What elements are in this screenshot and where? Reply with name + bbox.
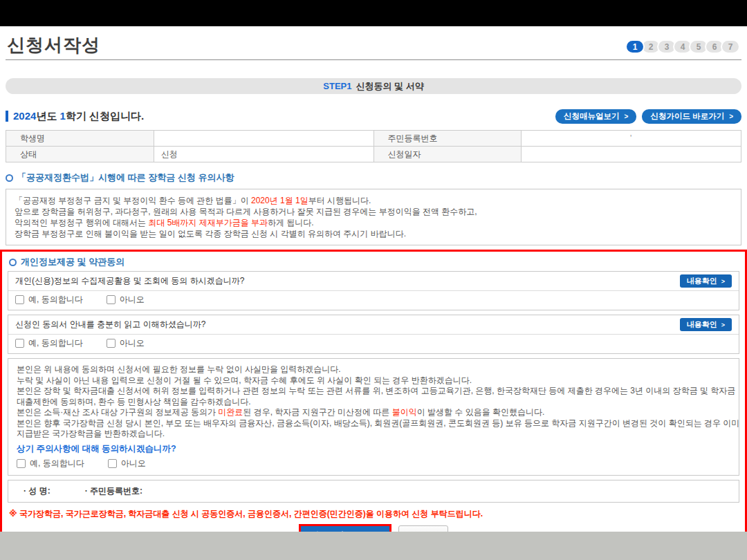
step-progress-bar: STEP1 신청동의 및 서약 — [6, 78, 741, 94]
step-circle-1: 1 — [625, 39, 645, 54]
guide-question-row: 신청인 동의서 안내를 충분히 읽고 이해하셨습니까? 내용확인 > — [8, 315, 739, 335]
consent-heading: 개인정보제공 및 약관동의 — [9, 256, 739, 268]
signature-info-row: · 성 명: · 주민등록번호: — [8, 480, 739, 503]
final-no-option[interactable]: 아니오 — [108, 458, 146, 469]
privacy-view-content-button[interactable]: 내용확인 > — [680, 274, 732, 288]
guide-view-content-button[interactable]: 내용확인 > — [680, 318, 732, 331]
applicant-info-table: 학생명 주민등록번호 ' 상태 신청 신청일자 — [6, 130, 741, 162]
public-finance-notice-box: 「공공재정 부정청구 금지 및 부정이익 환수 등에 관한 법률」이 2020년… — [6, 189, 741, 245]
privacy-question-row: 개인(신용)정보의 수집제공활용 및 조회에 동의 하시겠습니까? 내용확인 > — [8, 272, 739, 291]
table-row: 상태 신청 신청일자 — [6, 147, 741, 162]
final-consent-question: 상기 주의사항에 대해 동의하시겠습니까? — [17, 444, 730, 455]
step-circle-7: 7 — [721, 39, 740, 54]
final-yes-option[interactable]: 예, 동의합니다 — [17, 458, 84, 469]
apply-date-value — [522, 147, 741, 162]
pledge-line: 지급받은 국가장학금을 반환하겠습니다. — [17, 429, 730, 440]
status-value: 신청 — [154, 147, 374, 162]
step-indicator: 1 2 3 4 5 6 7 — [625, 39, 740, 55]
pledge-line: 본인은 소득·재산 조사 대상 가구원의 정보제공 동의가 미완료된 경우, 학… — [17, 407, 730, 418]
guide-yes-option[interactable]: 예, 동의합니다 — [15, 337, 83, 349]
checkbox-icon[interactable] — [107, 295, 116, 304]
notice-line: 「공공재정 부정청구 금지 및 부정이익 환수 등에 관한 법률」이 2020년… — [15, 195, 732, 206]
applicant-guide-consent-box: 신청인 동의서 안내를 충분히 읽고 이해하셨습니까? 내용확인 > 예, 동의… — [8, 315, 739, 354]
chevron-right-icon: > — [721, 278, 725, 285]
ring-bullet-icon — [6, 174, 13, 182]
checkbox-icon[interactable] — [17, 459, 26, 468]
step-number-label: STEP1 — [323, 81, 351, 91]
rrn-field-label: · 주민등록번호: — [85, 485, 142, 497]
pledge-line: 본인은 향후 국가장학금 신청 당시 본인, 부모 또는 배우자의 금융자산, … — [17, 418, 730, 429]
checkbox-icon[interactable] — [108, 459, 117, 468]
pledge-line: 누락 및 사실이 아닌 내용 입력으로 신청이 거절 될 수 있으며, 학자금 … — [17, 375, 730, 386]
privacy-yes-option[interactable]: 예, 동의합니다 — [15, 294, 83, 306]
name-field-label: · 성 명: — [24, 485, 50, 497]
certificate-footnote: ※ 국가장학금, 국가근로장학금, 학자금대출 신청 시 공동인증서, 금융인증… — [9, 508, 739, 520]
privacy-no-option[interactable]: 아니오 — [107, 294, 145, 306]
guide-answer-row: 예, 동의합니다 아니오 — [8, 335, 739, 353]
table-row: 학생명 주민등록번호 ' — [6, 131, 741, 147]
heading-accent-bar — [6, 111, 8, 122]
pledge-line: 본인은 위 내용에 동의하며 신청서에 필요한 정보를 누락 없이 사실만을 입… — [17, 364, 730, 375]
step-title-label: 신청동의 및 서약 — [356, 80, 423, 93]
ring-bullet-icon — [9, 259, 17, 266]
semester-title: 2024년도 1학기 신청입니다. — [13, 110, 144, 123]
student-name-value — [154, 131, 374, 147]
pledge-line: 본인은 장학 및 학자금대출 신청서에 허위 정보를 입력하거나 관련 정보의 … — [17, 386, 730, 397]
page-title: 신청서작성 — [7, 35, 100, 55]
guide-no-option[interactable]: 아니오 — [107, 337, 145, 349]
top-bar — [0, 0, 747, 26]
guide-question-text: 신청인 동의서 안내를 충분히 읽고 이해하셨습니까? — [15, 319, 205, 330]
notice-line: 장학금 부정청구로 인해 불이익을 받는 일이 없도록 각종 장학금 신청 시 … — [15, 228, 732, 239]
chevron-right-icon: > — [721, 321, 725, 328]
semester-heading-row: 2024년도 1학기 신청입니다. 신청매뉴얼보기 > 신청가이드 바로가기 > — [6, 109, 741, 123]
consent-section: 개인정보제공 및 약관동의 개인(신용)정보의 수집제공활용 및 조회에 동의 … — [0, 250, 747, 553]
checkbox-icon[interactable] — [15, 295, 24, 304]
chevron-right-icon: > — [625, 113, 629, 120]
notice-line: 앞으로 장학금을 허위청구, 과다청구, 원래의 사용 목적과 다르게 사용하거… — [15, 206, 732, 217]
public-finance-notice-heading: 「공공재정환수법」시행에 따른 장학금 신청 유의사항 — [6, 171, 741, 184]
manual-view-button[interactable]: 신청매뉴얼보기 > — [555, 109, 636, 124]
page-header: 신청서작성 1 2 3 4 5 6 7 — [6, 26, 741, 60]
checkbox-icon[interactable] — [107, 339, 116, 348]
privacy-answer-row: 예, 동의합니다 아니오 — [8, 291, 739, 310]
pledge-line: 대출제한에 동의하며, 환수 등 민형사상 책임을 감수하겠습니다. — [17, 397, 730, 408]
guide-shortcut-button[interactable]: 신청가이드 바로가기 > — [642, 109, 741, 124]
privacy-question-text: 개인(신용)정보의 수집제공활용 및 조회에 동의 하시겠습니까? — [15, 275, 244, 287]
student-name-label: 학생명 — [6, 131, 154, 147]
privacy-consent-box: 개인(신용)정보의 수집제공활용 및 조회에 동의 하시겠습니까? 내용확인 >… — [8, 271, 739, 310]
apply-date-label: 신청일자 — [374, 147, 522, 162]
rrn-label: 주민등록번호 — [374, 131, 522, 147]
header-buttons: 신청매뉴얼보기 > 신청가이드 바로가기 > — [555, 109, 741, 124]
checkbox-icon[interactable] — [15, 339, 24, 348]
status-label: 상태 — [6, 147, 154, 162]
footer-bar — [0, 532, 747, 560]
pledge-box: 본인은 위 내용에 동의하며 신청서에 필요한 정보를 누락 없이 사실만을 입… — [8, 358, 739, 476]
notice-line: 악의적인 부정청구 행위에 대해서는 최대 5배까지 제재부가금을 부과하게 됩… — [15, 217, 732, 228]
chevron-right-icon: > — [729, 113, 733, 120]
rrn-value: ' — [522, 131, 741, 147]
final-answer-row: 예, 동의합니다 아니오 — [17, 456, 730, 469]
